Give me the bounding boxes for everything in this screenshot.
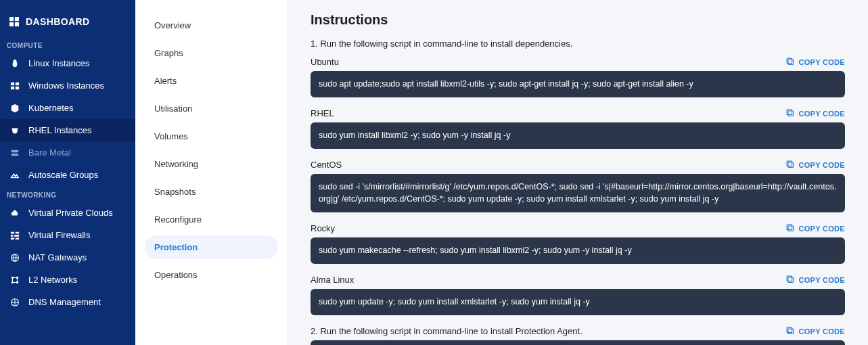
svg-rect-15 — [787, 327, 793, 333]
code-section: CentOSCOPY CODEsudo sed -i 's/mirrorlist… — [311, 160, 845, 213]
svg-rect-4 — [788, 60, 794, 65]
copy-code-label: COPY CODE — [798, 58, 845, 66]
submenu-item[interactable]: Alerts — [145, 69, 277, 93]
sidebar-item-label: Autoscale Groups — [28, 170, 98, 180]
code-section-title: RHEL — [311, 108, 334, 118]
sidebar-item[interactable]: RHEL Instances — [0, 119, 135, 141]
sidebar-item-label: L2 Networks — [28, 275, 77, 285]
submenu-item[interactable]: Graphs — [145, 41, 277, 65]
svg-rect-5 — [787, 58, 793, 64]
step-1-text: 1. Run the following script in command-l… — [311, 39, 845, 49]
submenu: OverviewGraphsAlertsUtilisationVolumesNe… — [135, 0, 288, 345]
svg-rect-14 — [788, 329, 794, 334]
code-section-title: Rocky — [311, 223, 335, 233]
code-block[interactable]: sudo yum update -y; sudo yum install xml… — [311, 289, 845, 315]
svg-rect-0 — [9, 17, 14, 21]
dashboard-label: DASHBOARD — [26, 16, 90, 27]
sidebar-item-label: RHEL Instances — [28, 125, 91, 135]
code-section: UbuntuCOPY CODEsudo apt update;sudo apt … — [311, 57, 845, 97]
sidebar-item[interactable]: NAT Gateways — [0, 246, 135, 269]
code-section: Alma LinuxCOPY CODEsudo yum update -y; s… — [311, 275, 845, 315]
page-title: Instructions — [311, 12, 845, 28]
svg-rect-9 — [787, 161, 793, 166]
sidebar: DASHBOARD COMPUTELinux InstancesWindows … — [0, 0, 135, 345]
sidebar-item[interactable]: Virtual Firewalls — [0, 224, 135, 246]
sidebar-item[interactable]: Virtual Private Clouds — [0, 202, 135, 224]
autoscale-icon — [9, 170, 20, 180]
sidebar-item-label: Linux Instances — [28, 58, 89, 68]
rhel-icon — [9, 126, 20, 135]
code-section-title: CentOS — [311, 160, 342, 170]
kube-icon — [9, 104, 20, 113]
copy-code-button[interactable]: COPY CODE — [786, 109, 845, 118]
sidebar-item[interactable]: Autoscale Groups — [0, 164, 135, 186]
svg-rect-1 — [15, 17, 19, 21]
code-block[interactable]: sudo yum makecache --refresh; sudo yum i… — [311, 237, 845, 264]
linux-icon — [9, 59, 20, 68]
submenu-item[interactable]: Reconfigure — [145, 208, 277, 231]
code-section: RockyCOPY CODEsudo yum makecache --refre… — [311, 223, 845, 264]
copy-icon — [786, 58, 794, 67]
submenu-item[interactable]: Snapshots — [145, 180, 277, 204]
dns-icon — [9, 298, 20, 307]
sidebar-item-label: Kubernetes — [28, 103, 74, 113]
copy-icon — [786, 327, 794, 336]
sidebar-section-label: COMPUTE — [0, 37, 135, 52]
submenu-item[interactable]: Volumes — [145, 124, 277, 148]
nat-icon — [9, 253, 20, 262]
firewall-icon — [9, 231, 20, 240]
l2-icon — [9, 275, 20, 285]
sidebar-item[interactable]: DNS Management — [0, 291, 135, 313]
copy-code-button[interactable]: COPY CODE — [786, 275, 845, 285]
copy-code-label: COPY CODE — [798, 161, 845, 169]
dashboard-icon — [9, 17, 19, 26]
step-2-text: 2. Run the following script in command-l… — [311, 326, 583, 336]
sidebar-item-label: Windows Instances — [28, 80, 104, 91]
copy-icon — [786, 160, 794, 170]
sidebar-section-label: NETWORKING — [0, 186, 135, 202]
svg-rect-13 — [787, 276, 793, 281]
copy-code-button[interactable]: COPY CODE — [786, 327, 845, 336]
copy-icon — [786, 224, 794, 233]
code-block[interactable]: bash -c "$(curl https://tryapi.apiculus.… — [311, 340, 845, 346]
copy-icon — [786, 109, 794, 118]
windows-icon — [9, 81, 20, 91]
submenu-item[interactable]: Utilisation — [145, 97, 277, 120]
code-section: RHELCOPY CODEsudo yum install libxml2 -y… — [311, 108, 845, 149]
code-block[interactable]: sudo apt update;sudo apt install libxml2… — [311, 71, 845, 97]
submenu-item[interactable]: Protection — [145, 235, 277, 259]
copy-code-button[interactable]: COPY CODE — [786, 160, 845, 170]
sidebar-item-label: NAT Gateways — [28, 252, 87, 262]
copy-icon — [786, 275, 794, 285]
svg-rect-12 — [788, 277, 794, 283]
sidebar-item[interactable]: Bare Metal — [0, 141, 135, 164]
sidebar-item[interactable]: Linux Instances — [0, 52, 135, 74]
svg-rect-6 — [788, 111, 794, 116]
svg-rect-10 — [788, 226, 794, 231]
main-content[interactable]: Instructions 1. Run the following script… — [288, 0, 868, 345]
sidebar-item-dashboard[interactable]: DASHBOARD — [0, 7, 135, 37]
copy-code-label: COPY CODE — [798, 110, 845, 118]
sidebar-item[interactable]: L2 Networks — [0, 269, 135, 291]
submenu-item[interactable]: Overview — [145, 14, 277, 37]
copy-code-button[interactable]: COPY CODE — [786, 58, 845, 67]
copy-code-button[interactable]: COPY CODE — [786, 224, 845, 233]
sidebar-item[interactable]: Windows Instances — [0, 74, 135, 97]
code-section-title: Alma Linux — [311, 275, 354, 285]
svg-rect-7 — [787, 110, 793, 115]
code-section-title: Ubuntu — [311, 57, 339, 67]
svg-rect-11 — [787, 225, 793, 230]
svg-rect-8 — [788, 162, 794, 168]
svg-rect-2 — [9, 22, 14, 26]
submenu-item[interactable]: Networking — [145, 152, 277, 176]
sidebar-item-label: Virtual Private Clouds — [28, 208, 113, 218]
copy-code-label: COPY CODE — [798, 225, 845, 233]
copy-code-label: COPY CODE — [798, 276, 845, 284]
sidebar-item-label: Bare Metal — [28, 147, 71, 158]
svg-rect-3 — [15, 22, 19, 26]
submenu-item[interactable]: Operations — [145, 263, 277, 287]
code-block[interactable]: sudo yum install libxml2 -y; sudo yum -y… — [311, 122, 845, 149]
sidebar-item[interactable]: Kubernetes — [0, 97, 135, 119]
sidebar-resize-handle[interactable] — [134, 0, 137, 345]
code-block[interactable]: sudo sed -i 's/mirrorlist/#mirrorlist/g'… — [311, 174, 845, 213]
